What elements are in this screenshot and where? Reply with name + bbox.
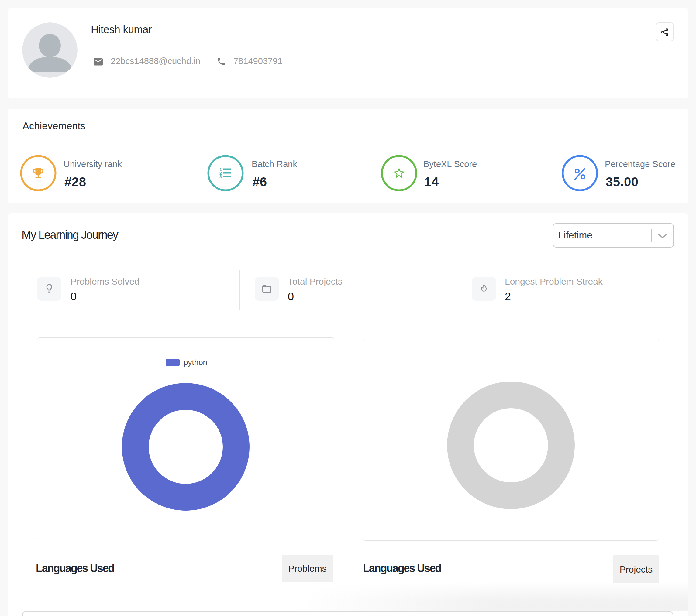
svg-text:3: 3 [219, 174, 222, 179]
